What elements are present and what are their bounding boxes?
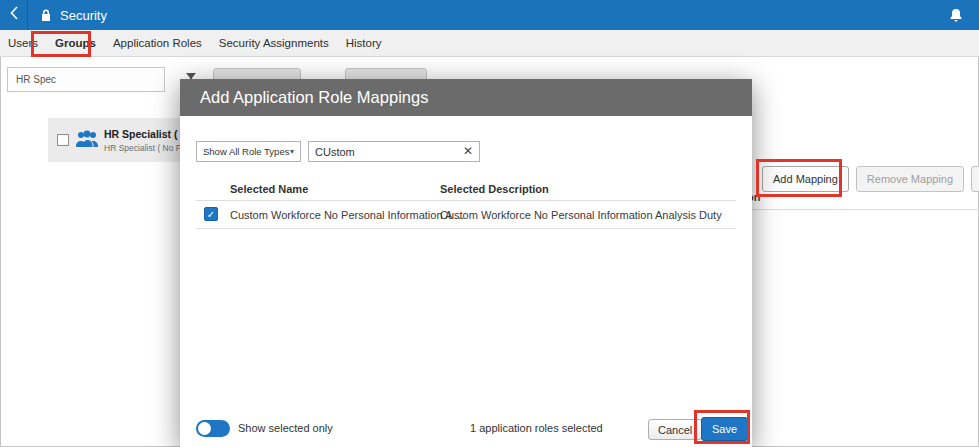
selected-name-header: Selected Name: [230, 183, 308, 195]
add-mapping-button[interactable]: Add Mapping: [762, 166, 849, 192]
check-icon: ✓: [207, 209, 215, 220]
tab-history[interactable]: History: [346, 37, 382, 49]
tab-application-roles[interactable]: Application Roles: [113, 37, 202, 49]
dialog-header: Add Application Role Mappings: [180, 79, 752, 116]
chevron-left-icon: [10, 6, 18, 24]
clear-search-icon[interactable]: ✕: [463, 143, 473, 159]
row-checkbox-checked[interactable]: ✓: [204, 207, 218, 221]
dialog-title: Add Application Role Mappings: [200, 88, 428, 106]
role-type-value: Show All Role Types: [203, 146, 289, 157]
lock-icon: [40, 9, 52, 22]
tab-security-assignments[interactable]: Security Assignments: [219, 37, 329, 49]
show-selected-only-toggle[interactable]: [196, 420, 230, 437]
remove-mapping-button: Remove Mapping: [856, 166, 964, 192]
table-header-divider: [196, 200, 736, 201]
toggle-knob: [198, 422, 211, 435]
show-selected-only-label: Show selected only: [238, 422, 333, 434]
group-row-checkbox[interactable]: [57, 134, 69, 146]
tab-bar: Users Groups Application Roles Security …: [0, 30, 979, 57]
group-people-icon: [74, 128, 100, 154]
tab-users[interactable]: Users: [8, 37, 38, 49]
selection-summary: 1 application roles selected: [470, 422, 603, 434]
tab-groups[interactable]: Groups: [55, 37, 96, 49]
row-name-cell: Custom Workforce No Personal Information…: [230, 209, 464, 221]
back-button[interactable]: [0, 0, 28, 30]
selected-description-header: Selected Description: [440, 183, 549, 195]
role-search-input[interactable]: [308, 141, 480, 162]
topbar: Security: [0, 0, 979, 30]
save-button[interactable]: Save: [701, 417, 748, 441]
chevron-down-icon: ▾: [290, 147, 294, 156]
group-search-input[interactable]: [7, 67, 165, 92]
security-page: Security Users Groups Application Roles …: [0, 0, 979, 447]
bell-icon[interactable]: [949, 8, 963, 23]
row-description-cell: Custom Workforce No Personal Information…: [440, 209, 722, 221]
page-title: Security: [60, 8, 107, 23]
add-role-mappings-dialog: Add Application Role Mappings Show All R…: [180, 79, 752, 447]
new-application-button: New Application: [971, 166, 979, 192]
mapping-buttons-row: Add Mapping Remove Mapping New Applicati…: [762, 166, 979, 192]
table-row-divider: [196, 228, 736, 229]
role-type-dropdown[interactable]: Show All Role Types ▾: [196, 141, 301, 162]
cancel-button[interactable]: Cancel: [648, 419, 702, 440]
